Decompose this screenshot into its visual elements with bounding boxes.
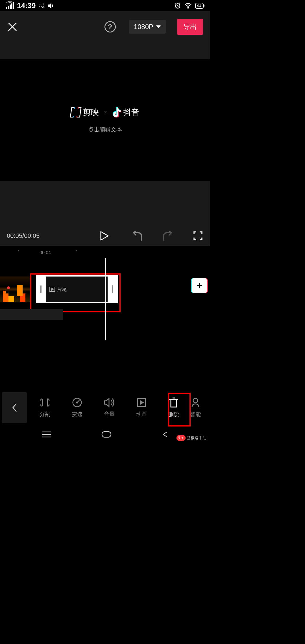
toolbar-back-button[interactable] bbox=[2, 392, 27, 423]
redo-button[interactable] bbox=[162, 231, 173, 241]
timeline[interactable]: 片尾 + bbox=[0, 258, 210, 368]
playhead[interactable] bbox=[105, 258, 106, 340]
network-speed: 5.30 KB/s bbox=[39, 3, 45, 8]
annotation-delete-highlight bbox=[168, 393, 191, 427]
signal-icon: 4GHD bbox=[6, 2, 14, 9]
tool-split[interactable]: 分割 bbox=[29, 397, 61, 418]
volume-muted-icon bbox=[47, 3, 54, 9]
chevron-down-icon bbox=[156, 25, 161, 28]
svg-rect-0 bbox=[52, 5, 53, 7]
close-button[interactable] bbox=[7, 21, 18, 32]
timeline-ruler[interactable]: 00:04 bbox=[0, 246, 210, 258]
undo-button[interactable] bbox=[132, 231, 143, 241]
annotation-clip-highlight bbox=[30, 273, 121, 312]
svg-point-5 bbox=[77, 402, 78, 403]
timecode: 00:05/00:05 bbox=[7, 232, 40, 240]
editor-header: ? 1080P 导出 bbox=[0, 11, 210, 42]
battery-indicator: 94 bbox=[195, 3, 204, 9]
video-preview[interactable]: 剪映 × 抖音 点击编辑文本 bbox=[0, 59, 210, 181]
svg-point-2 bbox=[188, 8, 188, 8]
status-time: 14:39 bbox=[17, 1, 36, 10]
animation-icon bbox=[136, 397, 147, 408]
nav-menu-icon[interactable] bbox=[42, 431, 51, 438]
svg-point-7 bbox=[193, 398, 198, 403]
help-button[interactable]: ? bbox=[104, 21, 116, 32]
fullscreen-button[interactable] bbox=[193, 231, 203, 241]
audio-track-placeholder[interactable] bbox=[0, 309, 63, 320]
douyin-icon bbox=[112, 107, 121, 118]
tool-speed[interactable]: 变速 bbox=[61, 397, 93, 418]
nav-back-icon[interactable] bbox=[162, 431, 168, 438]
wifi-icon bbox=[184, 3, 192, 8]
tool-animation[interactable]: 动画 bbox=[125, 397, 158, 418]
volume-icon bbox=[103, 397, 115, 408]
speed-icon bbox=[72, 397, 82, 408]
alarm-icon bbox=[174, 2, 181, 9]
jianying-icon bbox=[70, 107, 82, 118]
export-button[interactable]: 导出 bbox=[177, 19, 203, 35]
video-clip-thumb[interactable] bbox=[0, 277, 31, 302]
status-bar: 4GHD 14:39 5.30 KB/s 94 bbox=[0, 0, 210, 11]
nav-home-icon[interactable] bbox=[101, 431, 112, 438]
edit-text-hint[interactable]: 点击编辑文本 bbox=[88, 126, 122, 133]
tool-volume[interactable]: 音量 bbox=[93, 397, 125, 418]
watermark: 头条 @极速手助 bbox=[177, 435, 206, 441]
tool-smart[interactable]: 智能 bbox=[190, 397, 201, 418]
add-clip-button[interactable]: + bbox=[192, 278, 207, 293]
resolution-dropdown[interactable]: 1080P bbox=[129, 20, 166, 34]
split-icon bbox=[40, 397, 50, 408]
playback-controls: 00:05/00:05 bbox=[0, 226, 210, 246]
svg-rect-8 bbox=[102, 432, 111, 437]
play-button[interactable] bbox=[100, 230, 109, 241]
smart-icon bbox=[190, 397, 201, 408]
outro-logos: 剪映 × 抖音 bbox=[71, 107, 139, 118]
